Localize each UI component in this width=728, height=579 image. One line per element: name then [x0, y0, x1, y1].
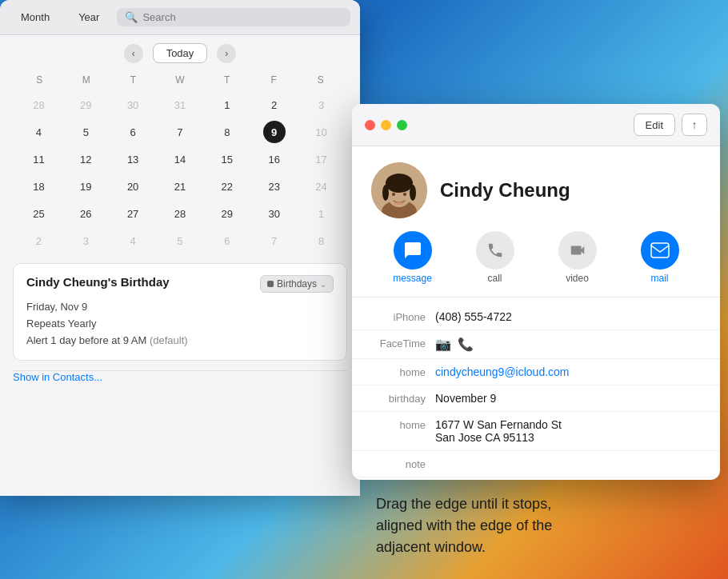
instruction-content: Drag the edge until it stops,aligned wit…: [376, 496, 552, 555]
maximize-button[interactable]: [397, 120, 407, 130]
contacts-window: Edit ↑: [352, 104, 720, 480]
cal-day[interactable]: 20: [122, 175, 144, 198]
cal-day[interactable]: 22: [216, 175, 238, 198]
today-button[interactable]: Today: [153, 43, 208, 63]
cal-day[interactable]: 29: [216, 202, 238, 225]
cal-day[interactable]: 31: [169, 94, 191, 116]
cal-day[interactable]: 29: [74, 94, 97, 116]
cal-day[interactable]: 6: [122, 121, 144, 143]
video-icon: [558, 231, 597, 270]
share-button[interactable]: ↑: [682, 114, 707, 136]
field-facetime: FaceTime 📷 📞: [352, 330, 720, 359]
search-input[interactable]: [142, 11, 342, 23]
cal-day[interactable]: 1: [310, 202, 333, 225]
event-repeat: Repeats Yearly: [26, 316, 334, 333]
message-label: message: [393, 273, 432, 284]
video-svg: [569, 242, 586, 259]
edit-button[interactable]: Edit: [634, 114, 675, 136]
cal-day[interactable]: 30: [122, 94, 144, 116]
cal-day[interactable]: 4: [122, 230, 144, 252]
call-label: call: [487, 273, 502, 284]
tab-month[interactable]: Month: [10, 8, 61, 26]
call-action-button[interactable]: call: [471, 231, 519, 284]
search-icon: 🔍: [125, 11, 138, 23]
minimize-button[interactable]: [381, 120, 391, 130]
avatar: [371, 162, 427, 218]
iphone-label: iPhone: [371, 310, 435, 323]
titlebar-actions: Edit ↑: [634, 114, 707, 136]
facetime-video-icon[interactable]: 📷: [435, 337, 451, 352]
cal-day-today[interactable]: 9: [263, 121, 286, 143]
next-month-button[interactable]: ›: [217, 44, 236, 63]
cal-day[interactable]: 23: [263, 175, 286, 198]
call-svg: [486, 242, 504, 259]
message-svg: [403, 241, 422, 260]
cal-day[interactable]: 28: [27, 94, 50, 116]
cal-day[interactable]: 12: [74, 148, 97, 170]
day-header-w: W: [157, 71, 204, 89]
cal-day[interactable]: 4: [27, 121, 50, 143]
cal-day[interactable]: 26: [74, 202, 97, 225]
email-value[interactable]: cindycheung9@icloud.com: [435, 365, 701, 378]
chevron-icon: ⌄: [320, 280, 326, 289]
cal-day[interactable]: 7: [263, 230, 286, 252]
calendar-badge[interactable]: Birthdays ⌄: [260, 275, 334, 293]
prev-month-button[interactable]: ‹: [124, 44, 143, 63]
cal-day[interactable]: 5: [169, 230, 191, 252]
day-header-f: F: [250, 71, 298, 89]
cal-day[interactable]: 8: [310, 230, 333, 252]
cal-day[interactable]: 13: [122, 148, 144, 170]
traffic-lights: [365, 120, 407, 130]
event-title: Cindy Cheung's Birthday: [26, 275, 260, 289]
cal-day[interactable]: 21: [169, 175, 191, 198]
cal-day[interactable]: 5: [74, 121, 97, 143]
show-contacts-link[interactable]: Show in Contacts...: [0, 371, 360, 396]
svg-point-4: [386, 174, 413, 193]
message-action-button[interactable]: message: [389, 231, 437, 284]
contact-fields: iPhone (408) 555-4722 FaceTime 📷 📞 home …: [352, 297, 720, 480]
cal-day[interactable]: 11: [27, 148, 50, 170]
cal-day[interactable]: 2: [263, 94, 286, 116]
svg-point-8: [403, 193, 406, 196]
cal-day[interactable]: 30: [263, 202, 286, 225]
cal-day[interactable]: 2: [27, 230, 50, 252]
birthday-value: November 9: [435, 392, 701, 405]
field-address: home 1677 W San Fernando St San Jose CA …: [352, 412, 720, 451]
cal-day[interactable]: 28: [169, 202, 191, 225]
video-action-button[interactable]: video: [554, 231, 602, 284]
svg-point-5: [382, 185, 389, 201]
cal-day[interactable]: 3: [310, 94, 333, 116]
day-header-s1: S: [16, 71, 63, 89]
close-button[interactable]: [365, 120, 375, 130]
cal-day[interactable]: 1: [216, 94, 238, 116]
mail-action-button[interactable]: mail: [636, 231, 684, 284]
event-title-row: Cindy Cheung's Birthday Birthdays ⌄: [26, 275, 334, 293]
address-label: home: [371, 418, 435, 431]
cal-day[interactable]: 6: [216, 230, 238, 252]
facetime-phone-icon[interactable]: 📞: [458, 337, 474, 352]
tab-year[interactable]: Year: [67, 8, 110, 26]
cal-day[interactable]: 15: [216, 148, 238, 170]
cal-day[interactable]: 7: [169, 121, 191, 143]
field-birthday: birthday November 9: [352, 385, 720, 412]
cal-day[interactable]: 8: [216, 121, 238, 143]
cal-day[interactable]: 18: [27, 175, 50, 198]
cal-day[interactable]: 3: [74, 230, 97, 252]
cal-day[interactable]: 10: [310, 121, 333, 143]
cal-day[interactable]: 25: [27, 202, 50, 225]
cal-day[interactable]: 24: [310, 175, 333, 198]
contact-header: Cindy Cheung: [352, 146, 720, 231]
instruction-text: Drag the edge until it stops,aligned wit…: [360, 481, 728, 571]
day-header-t2: T: [203, 71, 250, 89]
day-header-m: M: [63, 71, 110, 89]
call-icon: [476, 231, 514, 270]
cal-day[interactable]: 16: [263, 148, 286, 170]
cal-day[interactable]: 19: [74, 175, 97, 198]
cal-day[interactable]: 17: [310, 148, 333, 170]
iphone-value[interactable]: (408) 555-4722: [435, 310, 701, 323]
search-box: 🔍: [117, 8, 350, 26]
calendar-grid: S M T W T F S 28 29 30 31 1 2 3 4 5 6 7 …: [0, 71, 360, 254]
field-note: note: [352, 451, 720, 477]
cal-day[interactable]: 27: [122, 202, 144, 225]
cal-day[interactable]: 14: [169, 148, 191, 170]
